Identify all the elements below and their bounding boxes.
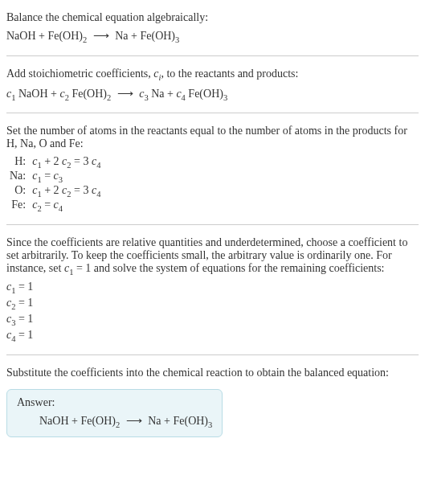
atom-row-fe: Fe: c2 = c4 <box>10 199 100 213</box>
op: + 2 <box>42 155 62 167</box>
op: = 3 <box>72 155 92 167</box>
divider <box>6 354 419 355</box>
sub: 3 <box>59 175 63 184</box>
arrow-icon: ⟶ <box>93 29 109 43</box>
step-substitute: Substitute the coefficients into the che… <box>6 367 419 379</box>
intro-text: Balance the chemical equation algebraica… <box>6 11 419 24</box>
species-sub: 3 <box>223 92 227 101</box>
text: = 1 and solve the system of equations fo… <box>73 262 384 274</box>
product-2-sub: 3 <box>175 35 179 44</box>
step-add-coefficients: Add stoichiometric coefficients, ci, to … <box>6 68 419 82</box>
op: = 3 <box>72 184 92 196</box>
reactant-2-sub: 2 <box>116 420 120 428</box>
arrow-icon: ⟶ <box>126 414 142 428</box>
op: = <box>42 170 54 182</box>
step-choose-coefficient: Since the coefficients are relative quan… <box>6 236 419 277</box>
sub: 4 <box>96 161 100 170</box>
op: = <box>42 199 54 211</box>
equation-with-coefficients: c1 NaOH + c2 Fe(OH)2 ⟶ c3 Na + c4 Fe(OH)… <box>6 87 419 102</box>
intro-line1: Balance the chemical equation algebraica… <box>6 11 208 23</box>
divider <box>6 113 419 113</box>
species: Na + <box>149 88 177 100</box>
val: = 1 <box>15 281 33 293</box>
atom-row-o: O: c1 + 2 c2 = 3 c4 <box>10 184 100 199</box>
atom-label: H: <box>10 155 32 170</box>
text: Add stoichiometric coefficients, <box>6 68 153 80</box>
atom-equation: c2 = c4 <box>32 199 100 213</box>
plus: + <box>129 30 141 42</box>
solved-coefficients: c1 = 1 c2 = 1 c3 = 1 c4 = 1 <box>6 281 419 342</box>
plus: + <box>161 415 174 427</box>
coef-c2: c2 = 1 <box>6 297 419 311</box>
val: = 1 <box>15 313 33 325</box>
op: + 2 <box>42 184 62 196</box>
text: Set the number of atoms in the reactants… <box>6 125 407 150</box>
val: = 1 <box>15 329 33 341</box>
atom-label: Na: <box>10 170 32 184</box>
divider <box>6 224 419 225</box>
plus: + <box>69 415 81 427</box>
species: Fe(OH) <box>69 88 107 100</box>
species-sub: 2 <box>107 92 111 101</box>
atom-equation: c1 = c3 <box>32 170 100 184</box>
atom-label: Fe: <box>10 199 32 213</box>
reactant-1: NaOH <box>6 30 36 42</box>
product-2-sub: 3 <box>208 420 212 428</box>
val: = 1 <box>15 297 33 309</box>
atom-row-na: Na: c1 = c3 <box>10 170 100 184</box>
atom-equation: c1 + 2 c2 = 3 c4 <box>32 184 100 199</box>
arrow-icon: ⟶ <box>117 87 133 100</box>
sub: 4 <box>59 204 63 213</box>
atom-label: O: <box>10 184 32 199</box>
divider <box>6 55 419 56</box>
atom-equation: c1 + 2 c2 = 3 c4 <box>32 155 100 170</box>
reactant-2-sub: 2 <box>83 35 87 44</box>
atom-balance-table: H: c1 + 2 c2 = 3 c4 Na: c1 = c3 O: c1 + … <box>10 155 100 212</box>
sub: 4 <box>96 190 100 199</box>
step-atom-balance: Set the number of atoms in the reactants… <box>6 125 419 150</box>
reactant-2: Fe(OH) <box>80 415 116 427</box>
unbalanced-equation: NaOH + Fe(OH)2 ⟶ Na + Fe(OH)3 <box>6 29 419 44</box>
balanced-equation: NaOH + Fe(OH)2 ⟶ Na + Fe(OH)3 <box>17 414 212 429</box>
coef-c3: c3 = 1 <box>6 313 419 327</box>
product-1: Na <box>148 415 161 427</box>
reactant-2: Fe(OH) <box>47 30 83 42</box>
species: NaOH + <box>15 88 59 100</box>
species: Fe(OH) <box>186 88 223 100</box>
plus: + <box>36 30 48 42</box>
product-2: Fe(OH) <box>140 30 175 42</box>
reactant-1: NaOH <box>39 415 69 427</box>
product-1: Na <box>115 30 128 42</box>
answer-label: Answer: <box>17 396 212 409</box>
atom-row-h: H: c1 + 2 c2 = 3 c4 <box>10 155 100 170</box>
coef-c4: c4 = 1 <box>6 329 419 343</box>
product-2: Fe(OH) <box>173 415 208 427</box>
coef-c1: c1 = 1 <box>6 281 419 295</box>
answer-box: Answer: NaOH + Fe(OH)2 ⟶ Na + Fe(OH)3 <box>6 389 223 438</box>
text: Substitute the coefficients into the che… <box>6 367 389 379</box>
text: , to the reactants and products: <box>161 68 298 80</box>
